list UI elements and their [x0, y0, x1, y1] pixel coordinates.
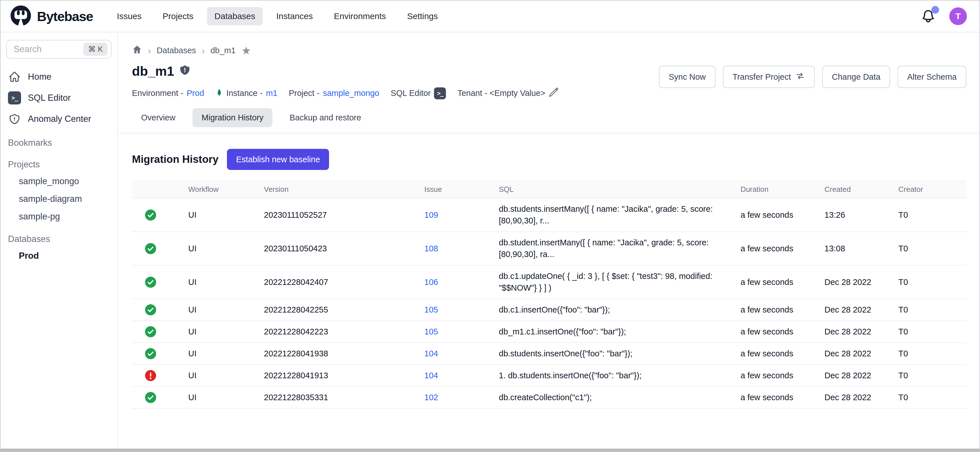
creator-cell: T0 [898, 393, 966, 402]
sidebar-item-sql-editor[interactable]: >_ SQL Editor [0, 87, 117, 109]
table-row[interactable]: UI 20221228041938 104 db.students.insert… [132, 343, 966, 365]
column-header-duration: Duration [741, 185, 824, 194]
issue-link[interactable]: 104 [424, 349, 438, 358]
created-cell: Dec 28 2022 [824, 327, 898, 337]
sidebar-item-sample-diagram[interactable]: sample-diagram [0, 190, 117, 208]
nav-item-settings[interactable]: Settings [399, 7, 445, 26]
table-row[interactable]: UI 20221228042407 106 db.c1.updateOne( {… [132, 265, 966, 299]
notifications-button[interactable] [921, 9, 935, 24]
breadcrumb-separator: › [148, 46, 151, 55]
creator-cell: T0 [898, 278, 966, 287]
shield-exclamation-icon [8, 113, 21, 125]
sidebar-section-projects: Projects [0, 151, 117, 172]
breadcrumb-db-m1[interactable]: db_m1 [210, 46, 236, 55]
issue-link[interactable]: 108 [424, 244, 438, 253]
sidebar: Search ⌘ K Home >_ SQL Editor [0, 32, 118, 452]
sql-editor-terminal-icon[interactable]: >_ [434, 87, 446, 99]
sql-cell: db.students.insertMany([ { name: "Jacika… [499, 203, 741, 227]
created-cell: Dec 28 2022 [824, 305, 898, 315]
user-avatar[interactable]: T [949, 7, 967, 25]
table-row[interactable]: UI 20221228042223 105 db_m1.c1.insertOne… [132, 321, 966, 343]
project-link[interactable]: sample_mongo [323, 88, 379, 98]
duration-cell: a few seconds [741, 244, 824, 253]
nav-item-projects[interactable]: Projects [155, 7, 201, 26]
migration-history-heading: Migration History [132, 153, 218, 165]
version-cell: 20221228042255 [264, 305, 424, 315]
change-data-button[interactable]: Change Data [822, 66, 890, 88]
brand-name: Bytebase [37, 8, 93, 24]
edit-pencil-icon[interactable] [549, 87, 559, 99]
sidebar-item-home[interactable]: Home [0, 67, 117, 87]
search-shortcut-badge: ⌘ K [83, 43, 108, 56]
home-breadcrumb-icon[interactable] [132, 45, 142, 57]
favorite-star-icon[interactable]: ★ [242, 45, 251, 56]
created-cell: 13:08 [824, 244, 898, 253]
table-header: WorkflowVersionIssueSQLDurationCreatedCr… [132, 180, 966, 198]
environment-link[interactable]: Prod [187, 88, 204, 98]
table-row[interactable]: UI 20230111052527 109 db.students.insert… [132, 198, 966, 232]
version-cell: 20221228041938 [264, 349, 424, 358]
column-header-creator: Creator [898, 185, 966, 194]
created-cell: Dec 28 2022 [824, 349, 898, 358]
success-icon [145, 348, 188, 359]
table-row[interactable]: UI 20230111050423 108 db.student.insertM… [132, 232, 966, 265]
sidebar-item-label: Home [28, 72, 51, 82]
table-row[interactable]: UI 20221228035331 102 db.createCollectio… [132, 387, 966, 409]
transfer-project-button[interactable]: Transfer Project [723, 66, 815, 88]
created-cell: 13:26 [824, 210, 898, 220]
duration-cell: a few seconds [741, 327, 824, 337]
shield-status-icon [179, 64, 191, 79]
issue-link[interactable]: 105 [424, 305, 438, 314]
nav-item-databases[interactable]: Databases [207, 7, 262, 26]
table-row[interactable]: UI 20221228042255 105 db.c1.insertOne({"… [132, 299, 966, 321]
tab-backup-and-restore[interactable]: Backup and restore [280, 108, 370, 127]
nav-item-issues[interactable]: Issues [110, 7, 149, 26]
instance-link[interactable]: m1 [266, 88, 277, 98]
search-input[interactable]: Search ⌘ K [6, 40, 111, 59]
alter-schema-button[interactable]: Alter Schema [897, 66, 966, 88]
bell-icon [921, 20, 935, 24]
version-cell: 20230111050423 [264, 244, 424, 253]
issue-link[interactable]: 105 [424, 327, 438, 336]
column-header-issue: Issue [424, 185, 499, 194]
tab-migration-history[interactable]: Migration History [192, 108, 273, 127]
issue-link[interactable]: 102 [424, 393, 438, 402]
success-icon [145, 243, 188, 254]
issue-link[interactable]: 106 [424, 278, 438, 287]
notification-badge [931, 6, 939, 14]
issue-link[interactable]: 104 [424, 371, 438, 380]
main-content: › Databases › db_m1 ★ db_m1 [118, 32, 980, 452]
tab-overview[interactable]: Overview [132, 108, 185, 127]
sql-cell: db.students.insertOne({"foo": "bar"}); [499, 348, 741, 359]
sidebar-item-anomaly-center[interactable]: Anomaly Center [0, 109, 117, 129]
instance-label: Instance - [226, 88, 262, 98]
table-row[interactable]: UI 20221228041913 104 1. db.students.ins… [132, 365, 966, 387]
issue-link[interactable]: 109 [424, 210, 438, 219]
bytebase-logo-icon [9, 4, 32, 29]
sidebar-item-prod[interactable]: Prod [0, 247, 117, 265]
horizontal-scrollbar[interactable] [0, 449, 980, 452]
success-icon [145, 326, 188, 337]
brand[interactable]: Bytebase [9, 4, 93, 29]
top-nav: Bytebase IssuesProjectsDatabasesInstance… [0, 0, 980, 32]
creator-cell: T0 [898, 305, 966, 315]
created-cell: Dec 28 2022 [824, 393, 898, 402]
breadcrumb-databases[interactable]: Databases [157, 46, 196, 55]
sidebar-item-sample-pg[interactable]: sample-pg [0, 208, 117, 225]
duration-cell: a few seconds [741, 393, 824, 402]
sync-now-button[interactable]: Sync Now [659, 66, 716, 88]
project-label: Project - [289, 88, 319, 98]
mongodb-leaf-icon [216, 86, 223, 100]
created-cell: Dec 28 2022 [824, 371, 898, 380]
establish-baseline-button[interactable]: Establish new baseline [227, 149, 329, 170]
sidebar-item-label: SQL Editor [28, 93, 70, 103]
nav-item-instances[interactable]: Instances [269, 7, 320, 26]
action-buttons: Sync Now Transfer Project Change Data Al… [659, 66, 966, 88]
sidebar-section-bookmarks: Bookmarks [0, 129, 117, 151]
success-icon [145, 277, 188, 288]
nav-item-environments[interactable]: Environments [326, 7, 393, 26]
sidebar-item-sample-mongo[interactable]: sample_mongo [0, 172, 117, 190]
version-cell: 20221228042407 [264, 278, 424, 287]
workflow-cell: UI [188, 278, 264, 287]
workflow-cell: UI [188, 305, 264, 315]
